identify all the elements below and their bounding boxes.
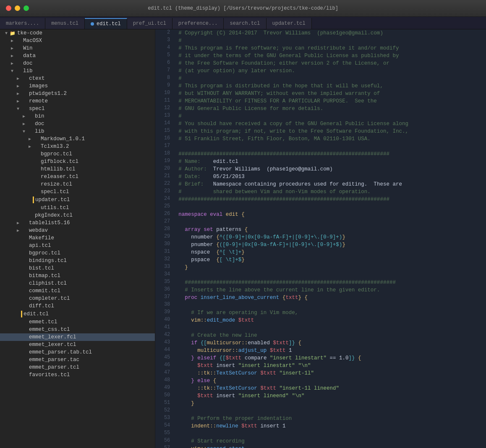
line-content[interactable] xyxy=(175,301,486,309)
tree-item-specl-bin[interactable]: ▶ bin xyxy=(0,113,155,120)
tree-item-pkgindex[interactable]: pkgIndex.tcl xyxy=(0,212,155,219)
line-content[interactable]: # This program is distributed in the hop… xyxy=(175,82,486,90)
tree-item-bgproc-specl[interactable]: bgproc.tcl xyxy=(0,150,155,158)
line-content[interactable]: ########################################… xyxy=(175,150,486,158)
tree-item-utils[interactable]: utils.tcl xyxy=(0,204,155,212)
line-content[interactable]: $txtt insert "insert lineend" "\n" xyxy=(175,392,486,400)
line-content[interactable]: # You should have received a copy of the… xyxy=(175,120,486,128)
line-content[interactable]: multicursor::adjust_up $txtt 1 xyxy=(175,347,486,354)
line-content[interactable]: # Name: edit.tcl xyxy=(175,158,486,165)
line-content[interactable]: # it under the terms of the GNU General … xyxy=(175,52,486,60)
tab-pref-ui[interactable]: pref_ui.tcl xyxy=(127,18,172,29)
line-content[interactable] xyxy=(175,324,486,332)
tree-item-tclxml[interactable]: ▶ Tclxml3.2 xyxy=(0,143,155,150)
tab-preference[interactable]: preference... xyxy=(172,18,224,29)
line-content[interactable]: namespace eval edit { xyxy=(175,211,486,218)
tree-item-updater-specl[interactable]: updater.tcl xyxy=(0,196,155,204)
line-content[interactable]: # GNU General Public License for more de… xyxy=(175,105,486,113)
line-content[interactable]: # (at your option) any later version. xyxy=(175,67,486,75)
tree-item-emmet-parser-tac[interactable]: emmet_parser.tac xyxy=(0,356,155,364)
line-content[interactable]: ########################################… xyxy=(175,196,486,203)
line-content[interactable]: indent::newline $txtt insert 1 xyxy=(175,422,486,430)
close-button[interactable] xyxy=(6,5,11,11)
line-content[interactable]: # with this program; if not, write to th… xyxy=(175,128,486,135)
window-controls[interactable] xyxy=(6,5,29,11)
tree-item-specl[interactable]: ▼ specl xyxy=(0,105,155,113)
line-content[interactable]: } xyxy=(175,264,486,271)
tree-item-diff[interactable]: diff.tcl xyxy=(0,302,155,310)
tree-item-cliphist[interactable]: cliphist.tcl xyxy=(0,280,155,287)
minimize-button[interactable] xyxy=(15,5,20,11)
tree-item-specl-doc[interactable]: ▶ doc xyxy=(0,120,155,128)
tree-item-emmet-lexer-fcl[interactable]: emmet_lexer.fcl xyxy=(0,333,155,341)
tree-item-specl-lib[interactable]: ▼ lib xyxy=(0,128,155,135)
tree-item-commit[interactable]: commit.tcl xyxy=(0,287,155,295)
line-content[interactable]: # Start recording xyxy=(175,438,486,445)
tree-item-markdown[interactable]: ▶ Markdown_1.0.1 xyxy=(0,135,155,143)
line-content[interactable]: nnumber {^([0-9]+|0x[0-9a-fA-F]+|[0-9]+\… xyxy=(175,233,486,241)
tree-item-data[interactable]: ▶ data xyxy=(0,52,155,60)
tree-item-ctext[interactable]: ▶ ctext xyxy=(0,75,155,82)
line-content[interactable]: # xyxy=(175,37,486,45)
maximize-button[interactable] xyxy=(24,5,29,11)
tree-item-emmet-lexer[interactable]: emmet_lexer.tcl xyxy=(0,341,155,348)
tree-item-ptwidgets[interactable]: ▶ ptwidgets1.2 xyxy=(0,90,155,97)
tree-item-emmet-parser-tab[interactable]: emmet_parser.tab.tcl xyxy=(0,348,155,356)
line-content[interactable]: nspace {^[ \t]+} xyxy=(175,249,486,256)
line-content[interactable]: # 51 Franklin Street, Fifth Floor, Bosto… xyxy=(175,135,486,143)
line-content[interactable]: vim::record_start xyxy=(175,445,486,448)
line-content[interactable]: # This program is free software; you can… xyxy=(175,45,486,52)
tree-item-lib[interactable]: ▼ lib xyxy=(0,67,155,75)
line-content[interactable]: # but WITHOUT ANY WARRANTY; without even… xyxy=(175,90,486,97)
tree-item-tablelist[interactable]: ▶ tablelist5.16 xyxy=(0,219,155,227)
tree-item-favorites[interactable]: favorites.tcl xyxy=(0,371,155,379)
line-content[interactable] xyxy=(175,430,486,438)
tree-item-doc[interactable]: ▶ doc xyxy=(0,60,155,67)
line-content[interactable]: # the Free Software Foundation; either v… xyxy=(175,60,486,67)
line-content[interactable]: vim::edit_mode $txtt xyxy=(175,317,486,324)
code-editor[interactable]: 2 # Copyright (C) 2014-2017 Trevor Willi… xyxy=(155,29,486,448)
tree-item-bist[interactable]: bist.tcl xyxy=(0,265,155,272)
tab-menus[interactable]: menus.tcl xyxy=(45,18,85,29)
line-content[interactable]: # Date: 05/21/2013 xyxy=(175,173,486,181)
file-tree[interactable]: ▼ 📁 tke-code ▶ MacOSX ▶ Win ▶ data ▶ doc… xyxy=(0,29,155,448)
line-content[interactable]: # Create the new line xyxy=(175,332,486,339)
line-content[interactable]: # Inserts the line above the current lin… xyxy=(175,286,486,294)
tree-item-completer[interactable]: completer.tcl xyxy=(0,295,155,302)
tree-item-bgproc[interactable]: bgproc.tcl xyxy=(0,249,155,257)
tree-item-gifblock[interactable]: gifblock.tcl xyxy=(0,158,155,165)
tab-edit[interactable]: edit.tcl xyxy=(85,18,127,29)
line-content[interactable]: } elseif {[$txtt compare "insert linesta… xyxy=(175,354,486,362)
tree-item-tke-code[interactable]: ▼ 📁 tke-code xyxy=(0,29,155,37)
line-content[interactable] xyxy=(175,271,486,279)
line-content[interactable]: # MERCHANTABILITY or FITNESS FOR A PARTI… xyxy=(175,97,486,105)
line-content[interactable]: # Copyright (C) 2014-2017 Trevor William… xyxy=(175,29,486,37)
line-content[interactable] xyxy=(175,203,486,211)
tab-markers[interactable]: markers.... xyxy=(0,18,45,29)
line-content[interactable]: } xyxy=(175,400,486,407)
tree-item-win[interactable]: ▶ Win xyxy=(0,45,155,52)
tab-updater[interactable]: updater.tcl xyxy=(267,18,312,29)
line-content[interactable]: $txtt insert "insert linestart" "\n" xyxy=(175,362,486,369)
tree-item-resize[interactable]: resize.tcl xyxy=(0,181,155,188)
line-content[interactable]: ::tk::TextSetCursor $txtt "insert-1l" xyxy=(175,369,486,377)
line-content[interactable]: # Author: Trevor Williams (phase1geo@gma… xyxy=(175,165,486,173)
line-content[interactable]: # If we are operating in Vim mode, xyxy=(175,309,486,317)
line-content[interactable]: # xyxy=(175,75,486,82)
tree-item-emmet-parser[interactable]: emmet_parser.tcl xyxy=(0,364,155,371)
tree-item-bindings[interactable]: bindings.tcl xyxy=(0,257,155,265)
line-content[interactable] xyxy=(175,218,486,226)
tab-search[interactable]: search.tcl xyxy=(224,18,266,29)
tree-item-specl-tcl[interactable]: specl.tcl xyxy=(0,188,155,196)
tree-item-htmllib[interactable]: htmllib.tcl xyxy=(0,165,155,173)
line-content[interactable]: ########################################… xyxy=(175,279,486,286)
line-content[interactable]: # Brief: Namespace containing procedures… xyxy=(175,181,486,188)
tree-item-api[interactable]: api.tcl xyxy=(0,242,155,249)
tree-item-images[interactable]: ▶ images xyxy=(0,82,155,90)
line-content[interactable]: array set patterns { xyxy=(175,226,486,233)
tree-item-remote[interactable]: ▶ remote xyxy=(0,97,155,105)
tree-item-edit[interactable]: edit.tcl xyxy=(0,310,155,318)
line-content[interactable] xyxy=(175,143,486,150)
tree-item-emmet-css[interactable]: emmet_css.tcl xyxy=(0,326,155,333)
line-content[interactable]: proc insert_line_above_current {txtt} { xyxy=(175,294,486,301)
